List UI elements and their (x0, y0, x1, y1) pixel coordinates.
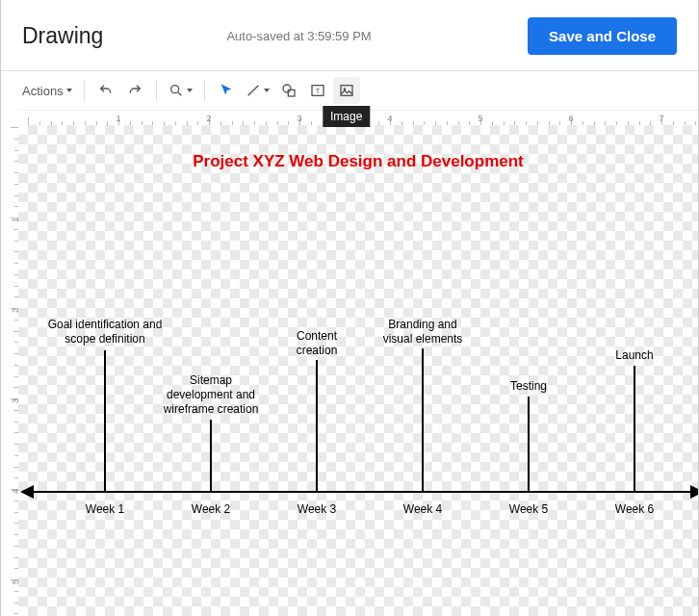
milestone-tick (104, 350, 106, 491)
save-and-close-button[interactable]: Save and Close (528, 17, 677, 55)
milestone-label: Branding and visual elements (370, 318, 476, 346)
week-label: Week 4 (403, 502, 442, 516)
image-tool[interactable]: Image (333, 77, 360, 104)
week-label: Week 3 (298, 502, 336, 516)
week-label: Week 2 (192, 502, 230, 516)
line-icon (246, 83, 261, 98)
chevron-down-icon (187, 89, 193, 92)
chevron-down-icon (264, 89, 270, 92)
redo-icon (127, 83, 142, 98)
week-label: Week 6 (615, 502, 654, 516)
actions-menu[interactable]: Actions (18, 77, 76, 104)
milestone-tick (210, 420, 212, 491)
shape-tool[interactable] (275, 77, 302, 104)
autosave-status: Auto-saved at 3:59:59 PM (103, 29, 528, 43)
shape-icon (280, 83, 298, 98)
svg-rect-7 (341, 86, 352, 96)
week-label: Week 5 (509, 502, 548, 516)
undo-button[interactable] (92, 77, 119, 104)
timeline-axis (32, 491, 694, 493)
milestone: Testing (490, 379, 567, 396)
select-tool[interactable] (213, 77, 240, 104)
redo-button[interactable] (121, 77, 148, 104)
workspace: 12345 Project XYZ Web Design and Develop… (1, 125, 698, 616)
toolbar: Actions T Image (1, 71, 698, 110)
svg-point-3 (283, 85, 291, 92)
zoom-menu[interactable] (165, 77, 196, 104)
ruler-vertical: 12345 (1, 125, 18, 616)
zoom-icon (168, 83, 184, 98)
dialog-title: Drawing (22, 23, 103, 49)
svg-text:T: T (315, 87, 320, 95)
svg-point-0 (170, 86, 178, 93)
textbox-tool[interactable]: T (304, 77, 331, 104)
svg-line-2 (247, 86, 258, 96)
milestone-label: Testing (490, 379, 567, 394)
milestone: Branding and visual elements (370, 318, 476, 348)
milestone-tick (316, 360, 318, 491)
milestone: Launch (596, 348, 673, 365)
line-tool[interactable] (242, 77, 273, 104)
textbox-icon: T (310, 83, 325, 98)
axis-arrow-left-icon (20, 485, 34, 499)
drawing-canvas[interactable]: Project XYZ Web Design and Development G… (18, 125, 698, 616)
milestone: Content creation (273, 329, 360, 360)
toolbar-separator (84, 80, 85, 101)
week-label: Week 1 (86, 502, 124, 516)
undo-icon (98, 83, 114, 98)
milestone: Goal identification and scope definition (33, 318, 177, 348)
toolbar-separator (204, 80, 205, 101)
milestone: Sitemap development and wireframe creati… (148, 373, 273, 419)
drawing-dialog: Drawing Auto-saved at 3:59:59 PM Save an… (0, 0, 699, 616)
milestone-label: Content creation (273, 329, 360, 358)
milestone-tick (528, 397, 530, 491)
drawing-title-text: Project XYZ Web Design and Development (18, 152, 698, 171)
milestone-tick (422, 348, 424, 491)
axis-arrow-right-icon (690, 485, 698, 499)
milestone-label: Sitemap development and wireframe creati… (148, 373, 273, 417)
dialog-header: Drawing Auto-saved at 3:59:59 PM Save an… (1, 0, 698, 70)
svg-line-1 (178, 92, 181, 95)
toolbar-separator (156, 80, 157, 101)
image-icon (339, 83, 354, 98)
svg-rect-4 (288, 90, 295, 96)
milestone-label: Goal identification and scope definition (33, 318, 177, 346)
image-tooltip: Image (323, 106, 370, 127)
milestone-label: Launch (596, 348, 673, 363)
actions-label: Actions (22, 84, 64, 98)
milestone-tick (634, 366, 635, 491)
cursor-icon (219, 83, 234, 98)
chevron-down-icon (66, 89, 72, 92)
